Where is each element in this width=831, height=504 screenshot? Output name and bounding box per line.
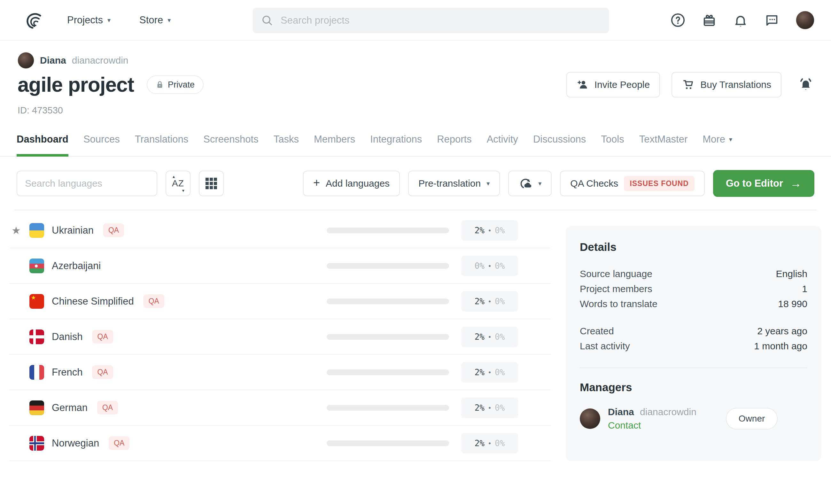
project-owner-row: Diana dianacrowdin: [18, 52, 831, 69]
grid-view-button[interactable]: [199, 171, 224, 196]
machine-translation-sync-button[interactable]: ▾: [508, 171, 552, 196]
tab[interactable]: TextMaster ▾: [639, 134, 688, 156]
manager-name[interactable]: Diana: [608, 407, 634, 417]
approved-percent: 0%: [495, 439, 505, 448]
qa-issues-badge[interactable]: QA: [92, 365, 113, 379]
translation-progress-bar: [327, 369, 449, 375]
user-avatar[interactable]: [796, 11, 814, 29]
details-value: 1 month ago: [754, 338, 807, 353]
tab[interactable]: Reports ▾: [437, 134, 472, 156]
qa-issues-badge[interactable]: QA: [103, 224, 124, 237]
chevron-down-icon: ▾: [168, 17, 171, 23]
language-name[interactable]: Azerbaijani: [52, 260, 101, 272]
tab[interactable]: Integrations ▾: [370, 134, 422, 156]
translation-progress-bar: [327, 298, 449, 304]
language-name[interactable]: French: [52, 366, 83, 378]
qa-issues-badge[interactable]: QA: [109, 436, 130, 450]
search-languages-input[interactable]: [25, 178, 149, 189]
approved-percent: 0%: [495, 332, 505, 342]
qa-issues-badge[interactable]: QA: [92, 330, 113, 344]
tab[interactable]: Tools ▾: [601, 134, 624, 156]
owner-avatar[interactable]: [18, 52, 34, 69]
tab[interactable]: Sources ▾: [83, 134, 120, 156]
language-row[interactable]: ★ German QA 2% • 0%: [9, 390, 550, 426]
tab[interactable]: Activity ▾: [487, 134, 518, 156]
privacy-badge: Private: [147, 76, 204, 94]
messages-icon[interactable]: [765, 13, 779, 28]
qa-checks-button[interactable]: QA Checks ISSUES FOUND: [560, 171, 705, 196]
tab-label: Activity: [487, 134, 518, 145]
gift-icon[interactable]: [702, 13, 717, 28]
dot-separator-icon: •: [488, 262, 492, 270]
approved-percent: 0%: [495, 367, 505, 377]
language-list: ★ Ukrainian QA 2% • 0% ★ Azerbaijani QA: [9, 213, 550, 461]
details-value: 1: [802, 281, 807, 296]
tab[interactable]: Tasks ▾: [274, 134, 299, 156]
crowdin-logo-icon[interactable]: [26, 11, 42, 29]
qa-issues-badge[interactable]: QA: [144, 294, 164, 308]
details-row: Words to translate 18 990: [580, 296, 807, 311]
details-row: Source language English: [580, 266, 807, 281]
global-search[interactable]: [253, 8, 609, 33]
nav-store-menu[interactable]: Store ▾: [139, 14, 171, 26]
add-languages-button[interactable]: + Add languages: [303, 171, 400, 196]
buy-translations-button[interactable]: Buy Translations: [671, 72, 781, 97]
language-flag-icon: [29, 329, 44, 344]
approved-percent: 0%: [495, 297, 505, 306]
translation-progress-bar: [327, 228, 449, 233]
translation-percent-chip: 0% • 0%: [461, 256, 518, 276]
cart-icon: [682, 78, 694, 91]
privacy-badge-label: Private: [168, 80, 195, 90]
translated-percent: 2%: [475, 367, 485, 377]
person-plus-icon: [577, 79, 589, 91]
tab[interactable]: Dashboard ▾: [17, 134, 68, 156]
language-row[interactable]: ★ Chinese Simplified QA 2% • 0%: [9, 284, 550, 319]
favorite-star-icon[interactable]: ★: [9, 224, 29, 237]
qa-issues-badge[interactable]: QA: [97, 401, 118, 415]
language-flag-icon: [29, 223, 44, 238]
translation-progress-bar: [327, 334, 449, 340]
tab[interactable]: Members ▾: [314, 134, 355, 156]
approved-percent: 0%: [495, 226, 505, 235]
go-to-editor-button[interactable]: Go to Editor →: [713, 170, 814, 197]
tab-label: Sources: [83, 134, 120, 145]
language-name[interactable]: Ukrainian: [52, 225, 94, 236]
sort-az-button[interactable]: ▴AZ▾: [166, 171, 191, 196]
chevron-down-icon: ▾: [486, 180, 490, 187]
language-name[interactable]: Danish: [52, 331, 83, 343]
translated-percent: 2%: [475, 439, 485, 448]
translation-percent-chip: 2% • 0%: [461, 433, 518, 453]
language-row[interactable]: ★ Norwegian QA 2% • 0%: [9, 426, 550, 461]
owner-name[interactable]: Diana: [40, 55, 66, 66]
search-projects-input[interactable]: [281, 15, 568, 26]
nav-projects-menu[interactable]: Projects ▾: [67, 14, 111, 26]
language-flag-icon: [29, 436, 44, 451]
language-name[interactable]: Norwegian: [52, 438, 99, 449]
notifications-bell-icon[interactable]: [733, 13, 748, 28]
language-row[interactable]: ★ Azerbaijani QA 0% • 0%: [9, 248, 550, 284]
translation-progress-bar: [327, 405, 449, 411]
manager-avatar[interactable]: [580, 409, 600, 429]
pre-translation-button[interactable]: Pre-translation ▾: [408, 171, 500, 196]
tab[interactable]: Translations ▾: [135, 134, 189, 156]
details-primary-rows: Source language English Project members …: [580, 266, 807, 311]
language-name[interactable]: Chinese Simplified: [52, 296, 134, 307]
subscribe-bell-icon[interactable]: [798, 77, 813, 93]
invite-people-button[interactable]: Invite People: [566, 72, 660, 97]
language-row[interactable]: ★ French QA 2% • 0%: [9, 355, 550, 390]
tab-label: More: [703, 134, 725, 145]
contact-link[interactable]: Contact: [608, 420, 696, 431]
search-languages-field[interactable]: [17, 171, 157, 196]
chevron-down-icon: ▾: [538, 180, 541, 187]
tab[interactable]: Discussions ▾: [533, 134, 586, 156]
search-icon: [261, 14, 274, 27]
approved-percent: 0%: [495, 261, 505, 271]
tab[interactable]: Screenshots ▾: [203, 134, 258, 156]
chevron-down-icon: ▾: [729, 136, 732, 143]
language-row[interactable]: ★ Danish QA 2% • 0%: [9, 319, 550, 355]
tab[interactable]: More ▾: [703, 134, 732, 156]
language-row[interactable]: ★ Ukrainian QA 2% • 0%: [9, 213, 550, 248]
help-icon[interactable]: [670, 13, 685, 28]
language-name[interactable]: German: [52, 402, 88, 414]
dot-separator-icon: •: [488, 440, 492, 447]
